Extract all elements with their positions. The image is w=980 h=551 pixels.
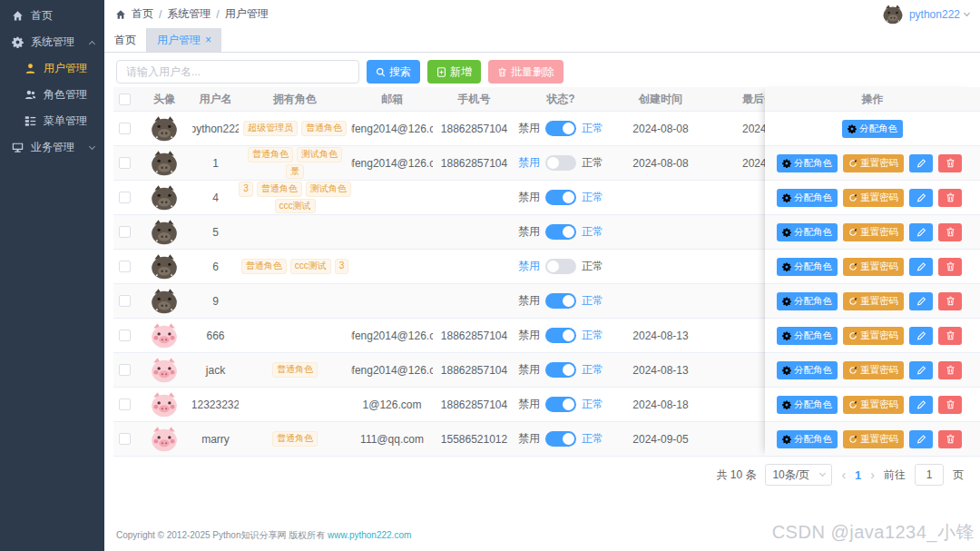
row-checkbox[interactable] — [119, 398, 131, 410]
row-checkbox[interactable] — [119, 123, 131, 134]
status-switch[interactable] — [545, 328, 576, 343]
status-switch[interactable] — [545, 362, 576, 378]
status-switch[interactable] — [545, 293, 576, 309]
select-all-checkbox[interactable] — [119, 93, 131, 105]
phone-cell — [433, 215, 515, 249]
row-checkbox[interactable] — [119, 330, 131, 341]
sidebar-item-5[interactable]: 业务管理 — [0, 134, 104, 161]
reset-password-button[interactable]: 重置密码 — [843, 189, 904, 207]
row-checkbox[interactable] — [119, 157, 131, 169]
row-checkbox[interactable] — [119, 364, 131, 376]
assign-role-button[interactable]: 分配角色 — [777, 361, 838, 379]
row-checkbox[interactable] — [119, 226, 131, 238]
assign-role-button[interactable]: 分配角色 — [777, 154, 838, 172]
breadcrumb-item-0[interactable]: 首页 — [132, 6, 153, 22]
status-switch[interactable] — [545, 121, 576, 136]
assign-role-button[interactable]: 分配角色 — [777, 327, 838, 345]
search-button[interactable]: 搜索 — [367, 60, 420, 84]
tab-1[interactable]: 用户管理× — [147, 28, 221, 52]
reset-password-button[interactable]: 重置密码 — [843, 361, 904, 379]
row-checkbox[interactable] — [119, 295, 131, 307]
sidebar-item-4[interactable]: 菜单管理 — [0, 108, 104, 134]
reset-password-button[interactable]: 重置密码 — [843, 223, 904, 241]
delete-button[interactable] — [938, 361, 962, 379]
edit-button[interactable] — [909, 361, 933, 379]
column-header-4: 手机号 — [433, 87, 515, 111]
boar-avatar — [136, 112, 192, 145]
goto-page-input[interactable] — [915, 464, 944, 486]
assign-role-button[interactable]: 分配角色 — [842, 120, 903, 138]
breadcrumb-item-1[interactable]: 系统管理 — [167, 6, 211, 22]
edit-button[interactable] — [909, 396, 933, 414]
delete-button[interactable] — [938, 292, 962, 310]
reset-password-button[interactable]: 重置密码 — [843, 258, 904, 276]
operations-header: 操作 — [765, 87, 980, 112]
prev-page-button[interactable]: ‹ — [841, 467, 846, 482]
page-size-select[interactable]: 10条/页 — [765, 464, 832, 486]
home-icon — [115, 9, 126, 20]
reset-password-button[interactable]: 重置密码 — [843, 430, 904, 448]
delete-button[interactable] — [938, 154, 962, 172]
search-input[interactable] — [116, 60, 359, 84]
assign-role-button[interactable]: 分配角色 — [777, 292, 838, 310]
delete-button[interactable] — [938, 258, 962, 276]
delete-button[interactable] — [938, 223, 962, 241]
assign-role-button[interactable]: 分配角色 — [777, 430, 838, 448]
delete-button[interactable] — [938, 396, 962, 414]
tab-0[interactable]: 首页 — [104, 28, 147, 52]
reset-password-button[interactable]: 重置密码 — [843, 327, 904, 345]
status-switch[interactable] — [545, 431, 576, 447]
assign-role-button[interactable]: 分配角色 — [777, 189, 838, 207]
sidebar-item-3[interactable]: 角色管理 — [0, 82, 104, 108]
edit-button[interactable] — [909, 292, 933, 310]
row-operations: 分配角色重置密码 — [765, 146, 980, 181]
next-page-button[interactable]: › — [870, 467, 875, 482]
status-cell: 禁用正常 — [515, 422, 606, 456]
status-switch[interactable] — [545, 224, 576, 240]
assign-role-button[interactable]: 分配角色 — [777, 396, 838, 414]
tab-close-icon[interactable]: × — [205, 34, 211, 45]
delete-button[interactable] — [938, 327, 962, 345]
assign-role-button[interactable]: 分配角色 — [777, 223, 838, 241]
edit-button[interactable] — [909, 154, 933, 172]
edit-button[interactable] — [909, 189, 933, 207]
row-checkbox[interactable] — [119, 192, 131, 203]
phone-cell: 18862857104 — [433, 319, 515, 352]
edit-button[interactable] — [909, 430, 933, 448]
pagination: 共 10 条 10条/页 ‹ 1 › 前往 页 — [716, 462, 964, 487]
batch-delete-button[interactable]: 批量删除 — [488, 60, 564, 84]
add-button[interactable]: 新增 — [427, 60, 481, 84]
row-checkbox[interactable] — [119, 433, 131, 445]
username-cell: 6 — [192, 250, 239, 283]
email-cell: 111@qq.com — [351, 422, 433, 456]
reset-password-button[interactable]: 重置密码 — [843, 396, 904, 414]
user-menu[interactable]: python222 — [881, 3, 969, 26]
roles-cell — [239, 388, 351, 421]
status-switch[interactable] — [545, 259, 576, 274]
reset-password-button[interactable]: 重置密码 — [843, 154, 904, 172]
boar-avatar — [136, 181, 192, 214]
delete-button[interactable] — [938, 430, 962, 448]
copyright-link[interactable]: www.python222.com — [328, 530, 411, 540]
username-cell: marry — [192, 422, 239, 456]
edit-button[interactable] — [909, 223, 933, 241]
status-switch[interactable] — [545, 190, 576, 205]
row-checkbox[interactable] — [119, 261, 131, 272]
role-tag: 普通角色 — [301, 121, 347, 136]
reset-password-button[interactable]: 重置密码 — [843, 292, 904, 310]
sidebar-item-0[interactable]: 首页 — [0, 3, 104, 29]
status-switch[interactable] — [545, 397, 576, 412]
role-tag: 普通角色 — [257, 182, 302, 197]
assign-role-button[interactable]: 分配角色 — [777, 258, 838, 276]
current-page[interactable]: 1 — [855, 468, 861, 482]
boar-avatar — [136, 146, 192, 180]
delete-button[interactable] — [938, 189, 962, 207]
username-cell: 1 — [192, 146, 239, 180]
edit-button[interactable] — [909, 327, 933, 345]
phone-cell: 18862857104 — [433, 146, 515, 180]
edit-button[interactable] — [909, 258, 933, 276]
sidebar-item-1[interactable]: 系统管理 — [0, 29, 104, 55]
gear-icon — [12, 36, 24, 48]
sidebar-item-2[interactable]: 用户管理 — [0, 55, 104, 82]
status-switch[interactable] — [545, 155, 576, 171]
